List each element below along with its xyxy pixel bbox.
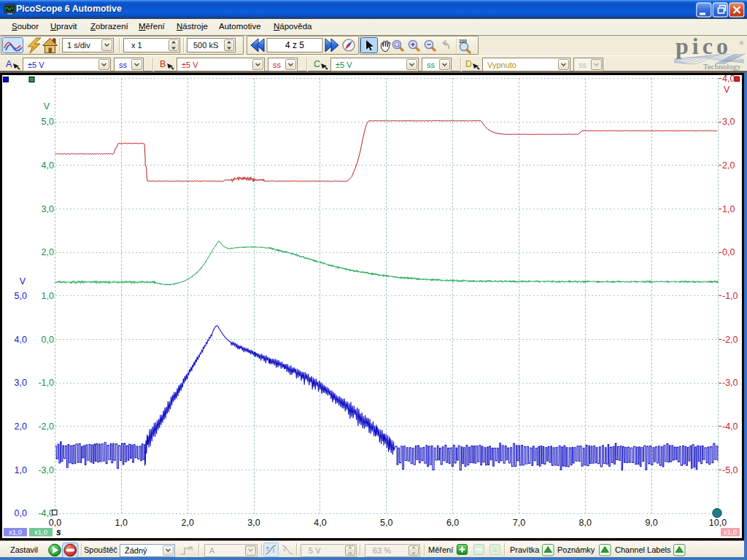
svg-text:-1,0: -1,0 [722, 291, 738, 301]
svg-text:-3,0: -3,0 [38, 465, 54, 475]
svg-text:3,0: 3,0 [722, 117, 735, 127]
svg-text:8,0: 8,0 [579, 518, 592, 528]
svg-text:5,0: 5,0 [42, 117, 54, 127]
svg-text:V: V [20, 276, 26, 287]
svg-text:0,0: 0,0 [15, 508, 27, 518]
svg-text:2,0: 2,0 [722, 160, 735, 171]
svg-text:2,0: 2,0 [182, 518, 194, 528]
svg-text:V: V [44, 101, 50, 112]
svg-text:4,0: 4,0 [15, 335, 27, 345]
svg-text:x1,0: x1,0 [34, 528, 47, 536]
svg-text:3,0: 3,0 [15, 378, 27, 388]
svg-text:-2,0: -2,0 [38, 421, 54, 432]
svg-text:-3,0: -3,0 [722, 378, 738, 388]
svg-text:4,0: 4,0 [722, 74, 735, 84]
svg-text:3,0: 3,0 [42, 204, 54, 214]
svg-text:x1,0: x1,0 [724, 528, 737, 536]
svg-text:V: V [724, 85, 730, 95]
svg-text:100: 100 [459, 39, 467, 44]
svg-text:1,0: 1,0 [722, 204, 735, 214]
svg-text:1,0: 1,0 [115, 518, 128, 528]
svg-text:-5,0: -5,0 [722, 465, 738, 475]
svg-text:1,0: 1,0 [42, 291, 54, 301]
svg-text:7,0: 7,0 [513, 518, 525, 528]
svg-text:4 z 5: 4 z 5 [285, 40, 304, 50]
svg-text:1,0: 1,0 [15, 465, 27, 475]
svg-text:-2,0: -2,0 [722, 335, 738, 345]
svg-text:s: s [56, 527, 61, 537]
svg-text:0,0: 0,0 [49, 518, 61, 528]
svg-text:5,0: 5,0 [15, 291, 27, 301]
svg-text:-4,0: -4,0 [722, 421, 738, 432]
svg-text:0,0: 0,0 [722, 247, 735, 257]
svg-text:5,0: 5,0 [380, 518, 392, 528]
svg-text:6,0: 6,0 [446, 518, 459, 528]
svg-text:4,0: 4,0 [314, 518, 326, 528]
svg-text:0,0: 0,0 [42, 335, 54, 345]
svg-text:x1,0: x1,0 [9, 528, 22, 536]
svg-text:2,0: 2,0 [42, 247, 54, 257]
svg-text:9,0: 9,0 [645, 518, 657, 528]
svg-text:3,0: 3,0 [247, 518, 260, 528]
svg-text:-1,0: -1,0 [38, 378, 54, 388]
svg-text:4,0: 4,0 [42, 160, 54, 171]
svg-text:10,0: 10,0 [709, 518, 727, 528]
svg-text:2,0: 2,0 [15, 421, 27, 432]
